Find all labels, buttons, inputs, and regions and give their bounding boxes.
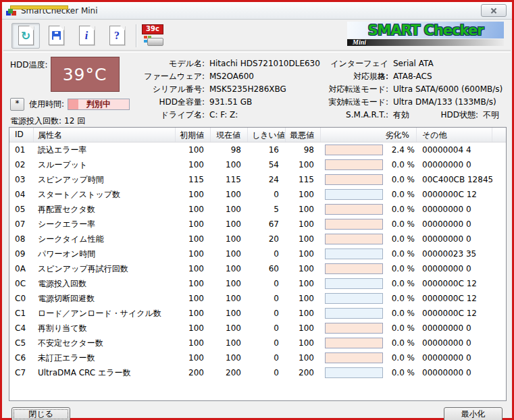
cell-initial: 200 <box>176 368 211 377</box>
info-field: モデル名: Hitachi HDS721010DLE630 <box>143 57 326 70</box>
table-row[interactable]: C1 ロード／アンロード・サイクル数 100 100 0 100 0.0 % 0… <box>9 306 506 321</box>
health-bar <box>325 145 383 155</box>
info-field-label: シリアル番号: <box>143 83 205 96</box>
table-row[interactable]: C5 不安定セクター数 100 100 0 100 0.0 % 00000000… <box>9 336 506 350</box>
logo-title: SMART Checker <box>367 22 483 38</box>
table-row[interactable]: 01 読込エラー率 100 98 16 98 2.4 % 00000004 4 <box>9 142 506 157</box>
cell-worst: 100 <box>286 264 321 273</box>
cell-id: 04 <box>9 190 34 199</box>
minimize-button[interactable]: 最小化 <box>444 407 503 420</box>
cell-other: 00C400CB 12845259 <box>417 175 492 184</box>
cell-other: 00000000 0 <box>417 160 492 169</box>
asterisk-button[interactable]: * <box>10 98 24 111</box>
hdd-info-panel: HDD温度: 39°C * 使用時間: 判別中 電源投入回数: 12 回 モデル… <box>2 53 512 125</box>
col-header-other[interactable]: その他 <box>417 128 492 142</box>
cell-current: 100 <box>211 205 248 214</box>
cell-other: 00000023 35 <box>417 249 492 259</box>
cell-threshold: 20 <box>248 234 286 244</box>
cell-id: 0A <box>9 264 34 273</box>
health-bar <box>325 174 383 185</box>
table-row[interactable]: 05 再配置セクタ数 100 100 5 100 0.0 % 00000000 … <box>9 202 506 217</box>
col-header-id[interactable]: ID <box>9 128 34 142</box>
hdd-status-value: 不明 <box>483 109 499 122</box>
table-row[interactable]: 04 スタート／ストップ数 100 100 0 100 0.0 % 000000… <box>9 187 506 202</box>
col-header-threshold[interactable]: しきい値 <box>248 128 286 142</box>
cell-deterioration: 0.0 % <box>321 350 417 365</box>
cell-initial: 100 <box>176 264 211 273</box>
cell-other: 00000000 0 <box>417 353 492 363</box>
refresh-button[interactable]: ↻ <box>11 23 40 49</box>
info-field: 対応転送モード: Ultra SATA/6000 (600MB/s) <box>326 83 508 96</box>
close-button[interactable]: 閉じる <box>11 407 70 420</box>
info-button[interactable]: i <box>72 23 101 49</box>
col-header-name[interactable]: 属性名 <box>34 128 176 142</box>
cell-id: C5 <box>9 338 34 348</box>
cell-name: UltraDMA CRC エラー数 <box>34 367 176 379</box>
table-row[interactable]: 0A スピンアップ再試行回数 100 100 60 100 0.0 % 0000… <box>9 261 506 276</box>
cell-other: 00000000 0 <box>417 234 492 244</box>
cell-id: 09 <box>9 249 34 259</box>
col-header-current[interactable]: 現在値 <box>211 128 248 142</box>
cell-worst: 100 <box>286 205 321 214</box>
info-right-fields: インターフェイス: Serial ATA 対応規格: ATA8-ACS 対応転送… <box>326 57 508 125</box>
deterioration-value: 0.0 % <box>392 234 417 244</box>
table-row[interactable]: C0 電源切断回避数 100 100 0 100 0.0 % 0000000C … <box>9 291 506 306</box>
cell-name: スピンアップ再試行回数 <box>34 263 176 275</box>
cell-worst: 98 <box>286 145 321 155</box>
health-bar <box>325 367 383 378</box>
deterioration-value: 0.0 % <box>392 264 417 273</box>
col-header-blank[interactable] <box>492 128 506 142</box>
cell-name: 不安定セクター数 <box>34 338 176 349</box>
info-field-label: インターフェイス: <box>326 57 388 70</box>
cell-current: 200 <box>211 368 248 377</box>
table-row[interactable]: 0C 電源投入回数 100 100 0 100 0.0 % 0000000C 1… <box>9 276 506 291</box>
cell-id: 08 <box>9 234 34 244</box>
cell-worst: 100 <box>286 190 321 199</box>
info-icon: i <box>79 26 95 45</box>
info-field: インターフェイス: Serial ATA <box>326 57 508 70</box>
info-field-value: 931.51 GB <box>209 96 252 109</box>
cell-name: 再割り当て数 <box>34 323 176 334</box>
cell-id: 02 <box>9 160 34 169</box>
cell-threshold: 60 <box>248 264 286 273</box>
cell-deterioration: 0.0 % <box>321 157 417 172</box>
col-header-worst[interactable]: 最悪値 <box>286 128 321 142</box>
cell-initial: 100 <box>176 190 211 199</box>
deterioration-value: 0.0 % <box>392 309 417 318</box>
health-bar <box>325 308 383 319</box>
table-row[interactable]: 02 スループット 100 100 54 100 0.0 % 00000000 … <box>9 157 506 172</box>
cell-initial: 100 <box>176 353 211 363</box>
cell-threshold: 54 <box>248 160 286 169</box>
table-row[interactable]: 09 パワーオン時間 100 100 0 100 0.0 % 00000023 … <box>9 246 506 261</box>
cell-threshold: 67 <box>248 219 286 229</box>
health-bar <box>325 338 383 348</box>
save-icon <box>49 26 64 45</box>
col-header-deterioration[interactable]: 劣化% <box>321 128 417 142</box>
table-row[interactable]: C7 UltraDMA CRC エラー数 200 200 0 200 0.0 %… <box>9 365 506 380</box>
cell-id: C6 <box>9 353 34 363</box>
deterioration-value: 0.0 % <box>392 175 417 184</box>
info-field-label: 対応規格: <box>326 70 388 83</box>
cell-current: 100 <box>211 190 248 199</box>
health-bar <box>325 293 383 304</box>
cell-name: 未訂正エラー数 <box>34 352 176 364</box>
logo-subtitle: Mini <box>353 39 366 46</box>
cell-threshold: 16 <box>248 145 286 155</box>
cell-name: パワーオン時間 <box>34 248 176 260</box>
table-row[interactable]: 03 スピンアップ時間 115 115 24 115 0.0 % 00C400C… <box>9 172 506 187</box>
close-icon[interactable] <box>481 4 507 17</box>
cell-id: 0C <box>9 279 34 288</box>
col-header-initial[interactable]: 初期値 <box>176 128 211 142</box>
table-row[interactable]: C4 再割り当て数 100 100 0 100 0.0 % 00000000 0 <box>9 321 506 336</box>
help-button[interactable]: ? <box>103 23 131 49</box>
table-row[interactable]: C6 未訂正エラー数 100 100 0 100 0.0 % 00000000 … <box>9 350 506 365</box>
power-count-value: 12 回 <box>64 115 85 127</box>
temperature-tray-icon[interactable]: 39c <box>142 24 163 47</box>
cell-initial: 100 <box>176 145 211 155</box>
table-row[interactable]: 08 シークタイム性能 100 100 20 100 0.0 % 0000000… <box>9 232 506 246</box>
deterioration-value: 0.0 % <box>392 368 417 377</box>
cell-worst: 100 <box>286 219 321 229</box>
save-button[interactable] <box>42 23 70 49</box>
table-row[interactable]: 07 シークエラー率 100 100 67 100 0.0 % 00000000… <box>9 217 506 232</box>
cell-name: シークタイム性能 <box>34 234 176 245</box>
